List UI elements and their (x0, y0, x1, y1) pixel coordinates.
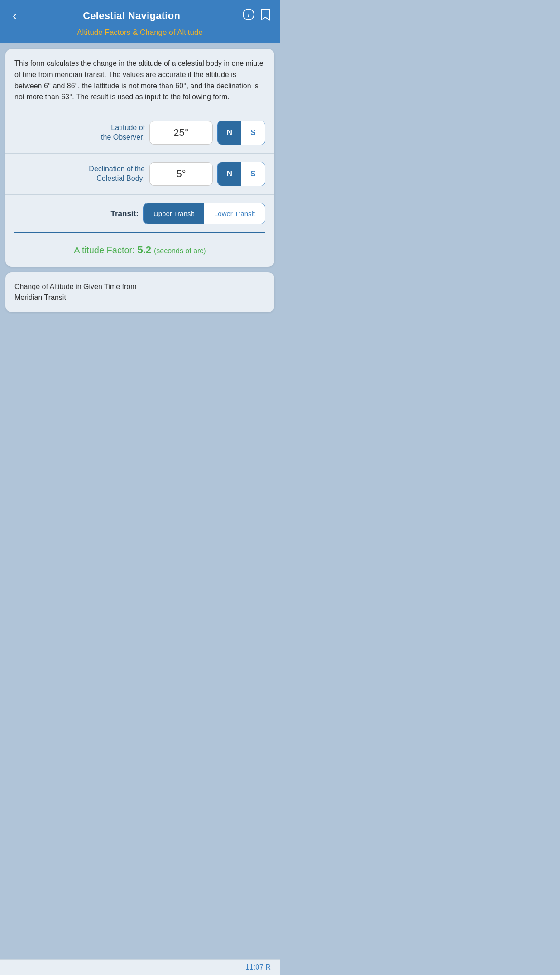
altitude-factor-label: Altitude Factor: 5.2(seconds of arc) (74, 244, 206, 256)
header: ‹ Celestial Navigation i Altitude Factor… (0, 0, 280, 43)
header-top-row: ‹ Celestial Navigation i (9, 8, 271, 24)
second-card-text: Change of Altitude in Given Time from Me… (14, 281, 265, 303)
declination-n-button[interactable]: N (218, 162, 241, 186)
latitude-row: Latitude of the Observer: N S (5, 112, 274, 153)
transit-row: Transit: Upper Transit Lower Transit (5, 194, 274, 232)
content-area: This form calculates the change in the a… (0, 43, 280, 319)
declination-row: Declination of the Celestial Body: N S (5, 153, 274, 194)
latitude-label: Latitude of the Observer: (101, 123, 145, 142)
description-section: This form calculates the change in the a… (5, 49, 274, 112)
upper-transit-button[interactable]: Upper Transit (144, 203, 204, 224)
latitude-n-button[interactable]: N (218, 121, 241, 145)
header-icons: i (243, 8, 271, 24)
svg-text:i: i (248, 11, 249, 18)
second-card-content: Change of Altitude in Given Time from Me… (5, 272, 274, 312)
bookmark-icon-button[interactable] (260, 8, 271, 24)
header-subtitle: Altitude Factors & Change of Altitude (77, 28, 203, 37)
latitude-input[interactable] (149, 121, 213, 145)
transit-toggle-group: Upper Transit Lower Transit (143, 203, 265, 224)
altitude-factor-prefix: Altitude Factor: (74, 245, 137, 255)
header-title: Celestial Navigation (20, 10, 243, 22)
declination-input[interactable] (149, 162, 213, 186)
declination-toggle-group: N S (217, 162, 265, 186)
lower-transit-button[interactable]: Lower Transit (204, 203, 265, 224)
altitude-factor-value: 5.2 (137, 244, 151, 256)
back-button[interactable]: ‹ (9, 10, 20, 22)
description-text: This form calculates the change in the a… (14, 58, 265, 103)
altitude-factor-unit: (seconds of arc) (154, 247, 206, 255)
latitude-toggle-group: N S (217, 121, 265, 145)
info-icon-button[interactable]: i (243, 9, 254, 23)
latitude-s-button[interactable]: S (241, 121, 265, 145)
transit-label: Transit: (111, 209, 139, 218)
second-card: Change of Altitude in Given Time from Me… (5, 272, 274, 312)
result-section: Altitude Factor: 5.2(seconds of arc) (5, 233, 274, 267)
declination-s-button[interactable]: S (241, 162, 265, 186)
declination-label: Declination of the Celestial Body: (89, 164, 145, 183)
main-card: This form calculates the change in the a… (5, 49, 274, 267)
